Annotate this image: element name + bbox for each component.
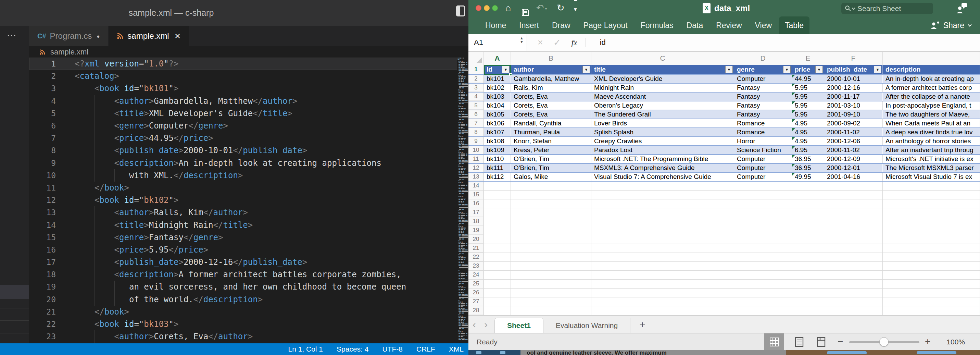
cell-A1[interactable]: id▼ [484, 65, 511, 74]
ribbon-tab-data[interactable]: Data [681, 16, 709, 34]
sheet-nav-left-icon[interactable]: ‹ [468, 316, 480, 333]
filter-button-genre[interactable]: ▼ [783, 66, 791, 74]
cell-E8[interactable]: 4.95 [792, 128, 824, 136]
cell-D18[interactable] [734, 217, 792, 226]
cell-F23[interactable] [824, 262, 883, 270]
cell-E10[interactable]: 6.95 [792, 146, 824, 154]
cell-G1[interactable]: description [883, 65, 980, 74]
row-header-22[interactable]: 22 [468, 253, 484, 261]
cell-C15[interactable] [591, 190, 734, 199]
cell-F16[interactable] [824, 200, 883, 208]
code-line-19[interactable]: 19an evil sorceress, and her own childho… [29, 281, 457, 293]
cell-B3[interactable]: Ralls, Kim [511, 84, 591, 92]
cell-G16[interactable] [883, 200, 980, 208]
zoom-out-button[interactable]: − [838, 333, 843, 350]
row-header-20[interactable]: 20 [468, 235, 484, 244]
cell-C24[interactable] [591, 271, 734, 279]
cell-D28[interactable] [734, 306, 792, 315]
cell-C8[interactable]: Splish Splash [591, 128, 734, 136]
cell-A2[interactable]: bk101 [484, 75, 511, 83]
row-header-27[interactable]: 27 [468, 297, 484, 306]
filter-button-id[interactable]: ▼ [502, 66, 509, 74]
row-header-2[interactable]: 2 [468, 75, 484, 83]
search-scope-chevron-icon[interactable] [852, 6, 855, 10]
row-header-23[interactable]: 23 [468, 262, 484, 270]
collapsed-side-panel[interactable] [0, 46, 29, 343]
code-line-2[interactable]: 2<catalog> [29, 70, 457, 82]
cell-F20[interactable] [824, 235, 883, 244]
cell-A10[interactable]: bk109 [484, 146, 511, 154]
cell-F24[interactable] [824, 271, 883, 279]
cell-E23[interactable] [792, 262, 824, 270]
cell-C9[interactable]: Creepy Crawlies [591, 137, 734, 145]
cell-B7[interactable]: Randall, Cynthia [511, 119, 591, 128]
row-header-15[interactable]: 15 [468, 190, 484, 199]
cell-F21[interactable] [824, 244, 883, 253]
traffic-light-minimize-button[interactable] [484, 5, 490, 11]
code-line-7[interactable]: 7<price>44.95</price> [29, 132, 457, 144]
cell-B4[interactable]: Corets, Eva [511, 93, 591, 101]
cell-F9[interactable]: 2000-12-06 [824, 137, 883, 145]
cell-E24[interactable] [792, 271, 824, 279]
cell-C13[interactable]: Visual Studio 7: A Comprehensive Guide [591, 173, 734, 181]
cell-F11[interactable]: 2000-12-09 [824, 155, 883, 163]
insert-function-button[interactable]: fx [571, 38, 577, 47]
cell-A27[interactable] [484, 297, 511, 306]
cell-F5[interactable]: 2001-03-10 [824, 101, 883, 110]
cell-B14[interactable] [511, 182, 591, 190]
cell-B12[interactable]: O'Brien, Tim [511, 164, 591, 172]
cell-D14[interactable] [734, 182, 792, 190]
cell-E2[interactable]: 44.95 [792, 75, 824, 83]
ribbon-tab-draw[interactable]: Draw [546, 16, 576, 34]
row-header-17[interactable]: 17 [468, 208, 484, 217]
breadcrumb[interactable]: sample.xml [29, 46, 457, 58]
cell-C1[interactable]: title▼ [591, 65, 734, 74]
cell-B22[interactable] [511, 253, 591, 261]
cell-D3[interactable]: Fantasy [734, 84, 792, 92]
cell-A18[interactable] [484, 217, 511, 226]
cell-B9[interactable]: Knorr, Stefan [511, 137, 591, 145]
row-header-9[interactable]: 9 [468, 137, 484, 145]
cell-A9[interactable]: bk108 [484, 137, 511, 145]
status-item-0[interactable]: Ln 1, Col 1 [288, 345, 323, 353]
cell-G27[interactable] [883, 297, 980, 306]
cell-G6[interactable]: The two daughters of Maeve, [883, 110, 980, 118]
cell-A13[interactable]: bk112 [484, 173, 511, 181]
tab-program-cs[interactable]: C# Program.cs ● [29, 26, 108, 46]
cell-G22[interactable] [883, 253, 980, 261]
cell-C22[interactable] [591, 253, 734, 261]
cell-B1[interactable]: author▼ [511, 65, 591, 74]
breadcrumb-item[interactable]: sample.xml [50, 48, 88, 56]
cell-E18[interactable] [792, 217, 824, 226]
row-header-6[interactable]: 6 [468, 110, 484, 118]
cell-G18[interactable] [883, 217, 980, 226]
cell-B15[interactable] [511, 190, 591, 199]
cell-D25[interactable] [734, 280, 792, 288]
cell-A6[interactable]: bk105 [484, 110, 511, 118]
cell-F14[interactable] [824, 182, 883, 190]
cell-D13[interactable]: Computer [734, 173, 792, 181]
modified-dot-icon[interactable]: ● [97, 33, 100, 39]
select-all-corner[interactable] [468, 52, 484, 65]
cell-D4[interactable]: Fantasy [734, 93, 792, 101]
code-line-5[interactable]: 5<title>XML Developer's Guide</title> [29, 107, 457, 120]
cell-G20[interactable] [883, 235, 980, 244]
row-header-19[interactable]: 19 [468, 226, 484, 235]
cell-F13[interactable]: 2001-04-16 [824, 173, 883, 181]
page-break-view-button[interactable] [816, 333, 826, 350]
cell-F12[interactable]: 2000-12-01 [824, 164, 883, 172]
cell-B25[interactable] [511, 280, 591, 288]
cell-E28[interactable] [792, 306, 824, 315]
cell-E1[interactable]: price▼ [792, 65, 824, 74]
row-header-21[interactable]: 21 [468, 244, 484, 253]
row-header-13[interactable]: 13 [468, 173, 484, 181]
code-line-18[interactable]: 18<description>A former architect battle… [29, 268, 457, 281]
cell-F17[interactable] [824, 208, 883, 217]
zoom-in-button[interactable]: + [925, 333, 930, 350]
page-layout-view-button[interactable] [794, 333, 804, 350]
column-header-F[interactable]: F [824, 52, 883, 65]
cell-D2[interactable]: Computer [734, 75, 792, 83]
code-line-13[interactable]: 13<author>Ralls, Kim</author> [29, 206, 457, 219]
cell-C27[interactable] [591, 297, 734, 306]
filter-button-publish_date[interactable]: ▼ [874, 66, 881, 74]
